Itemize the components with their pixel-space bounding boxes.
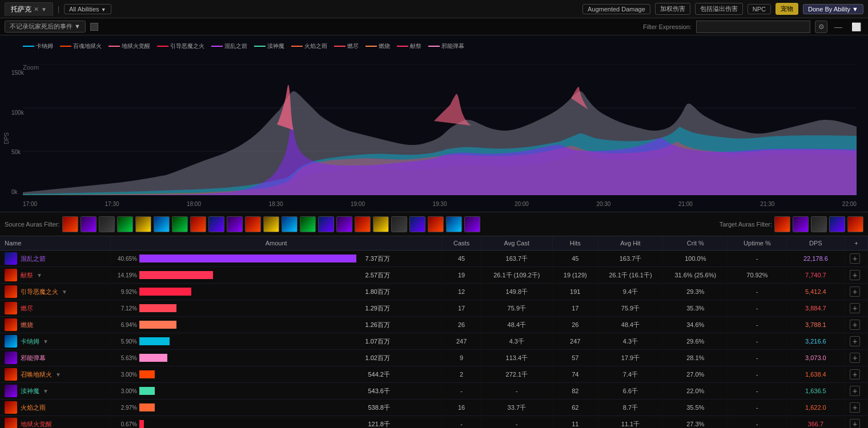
source-aura-22[interactable] [446,216,462,232]
source-aura-2[interactable] [81,216,97,232]
pct-label-1: 14.19% [115,272,137,278]
source-aura-17[interactable] [355,216,371,232]
bar-bg-10 [139,420,356,428]
pct-label-7: 3.00% [115,372,137,378]
source-aura-12[interactable] [263,216,279,232]
maximize-btn[interactable]: ⬜ [849,22,863,31]
col-amount[interactable]: Amount [110,236,441,251]
all-abilities-btn[interactable]: All Abilities ▼ [64,4,111,14]
col-avg-cast[interactable]: Avg Cast [481,236,552,251]
nav-sep: | [58,5,59,13]
source-aura-19[interactable] [391,216,407,232]
source-aura-18[interactable] [373,216,389,232]
source-aura-15[interactable] [318,216,334,232]
source-aura-10[interactable] [227,216,243,232]
source-aura-11[interactable] [245,216,261,232]
row-plus-btn-6[interactable]: + [850,353,860,363]
bar-fill-0 [139,255,356,263]
npc-btn[interactable]: NPC [748,4,771,14]
row-plus-btn-4[interactable]: + [850,320,860,330]
table-row: 地狱火觉醒 0.67% 121.8千 --1111.1千27.3%-366.7+ [0,416,868,429]
source-aura-13[interactable] [282,216,298,232]
source-aura-16[interactable] [336,216,352,232]
data-cell: 35.3% [663,300,728,317]
col-uptime[interactable]: Uptime % [728,236,786,251]
pet-btn[interactable]: 宠物 [775,3,798,15]
target-aura-4[interactable] [829,216,845,232]
bar-bg-8 [139,387,356,395]
row-plus-btn-8[interactable]: + [850,386,860,396]
pct-label-6: 5.63% [115,355,137,361]
skill-icon-8 [5,385,17,397]
expand-arrow[interactable]: ▼ [55,372,61,378]
event-checkbox[interactable] [90,23,98,31]
data-cell: 247 [442,333,481,350]
skill-icon-5 [5,335,17,348]
row-plus-btn-9[interactable]: + [850,402,860,413]
source-aura-5[interactable] [135,216,151,232]
row-plus-btn-3[interactable]: + [850,303,860,313]
row-plus-btn-10[interactable]: + [850,419,860,428]
target-aura-5[interactable] [847,216,863,232]
nav-tab-tosak[interactable]: 托萨克 ✕ ▼ [5,2,53,16]
col-name[interactable]: Name [0,236,110,251]
col-crit-pct[interactable]: Crit % [663,236,728,251]
source-aura-6[interactable] [154,216,170,232]
col-avg-hit[interactable]: Avg Hit [598,236,663,251]
skill-icon-9 [5,401,17,414]
filter-expr-input[interactable] [696,21,810,33]
done-by-ability-btn[interactable]: Done By Ability ▼ [803,4,863,14]
source-aura-1[interactable] [62,216,78,232]
data-cell: - [728,333,786,350]
row-plus-btn-1[interactable]: + [850,270,860,280]
source-aura-20[interactable] [409,216,425,232]
data-cell: 5,412.4 [786,284,845,300]
expand-arrow[interactable]: ▼ [62,289,67,295]
minimize-btn[interactable]: — [832,22,845,31]
legend-color [334,46,345,47]
expand-arrow[interactable]: ▼ [43,338,49,345]
target-aura-2[interactable] [793,216,809,232]
expand-arrow[interactable]: ▼ [37,272,42,278]
source-aura-21[interactable] [428,216,444,232]
bar-fill-4 [139,321,176,329]
augmented-damage-btn[interactable]: Augmented Damage [582,4,650,14]
filter-gear-btn[interactable]: ⚙ [815,21,827,33]
row-plus-btn-0[interactable]: + [850,253,860,264]
event-filter-btn[interactable]: 不记录玩家死后的事件 ▼ [5,21,86,33]
data-cell: 3,788.1 [786,317,845,333]
dropdown-icon[interactable]: ▼ [41,6,47,13]
source-aura-23[interactable] [464,216,480,232]
close-icon[interactable]: ✕ [34,6,39,13]
target-aura-1[interactable] [774,216,790,232]
row-plus-btn-5[interactable]: + [850,336,860,346]
legend-item: 百魂地狱火 [60,42,102,50]
col-plus[interactable]: + [845,236,868,251]
source-aura-9[interactable] [208,216,224,232]
legend-label: 卡纳姆 [36,42,53,50]
row-plus-btn-7[interactable]: + [850,369,860,379]
weighted-damage-btn[interactable]: 加权伤害 [655,3,690,15]
data-cell: - [728,317,786,333]
row-plus-btn-2[interactable]: + [850,286,860,297]
name-cell-6: 邪能弹幕 [0,350,110,366]
source-aura-8[interactable] [190,216,206,232]
col-casts[interactable]: Casts [442,236,481,251]
expand-arrow[interactable]: ▼ [43,388,49,394]
name-cell-3: 燃尽 [0,300,110,317]
source-aura-4[interactable] [117,216,133,232]
source-aura-3[interactable] [99,216,115,232]
col-hits[interactable]: Hits [552,236,598,251]
legend-color [108,46,120,47]
top-nav: 托萨克 ✕ ▼ | All Abilities ▼ Augmented Dama… [0,0,868,18]
target-aura-3[interactable] [811,216,827,232]
data-cell: 3,216.6 [786,333,845,350]
table-header-row: Name Amount Casts Avg Cast Hits Avg Hit … [0,236,868,251]
overflow-damage-btn[interactable]: 包括溢出伤害 [695,3,743,15]
source-aura-7[interactable] [172,216,188,232]
data-cell: 22.0% [663,383,728,399]
bar-fill-10 [139,420,144,428]
col-dps[interactable]: DPS [786,236,845,251]
source-aura-14[interactable] [300,216,316,232]
data-cell: 70.92% [728,267,786,284]
